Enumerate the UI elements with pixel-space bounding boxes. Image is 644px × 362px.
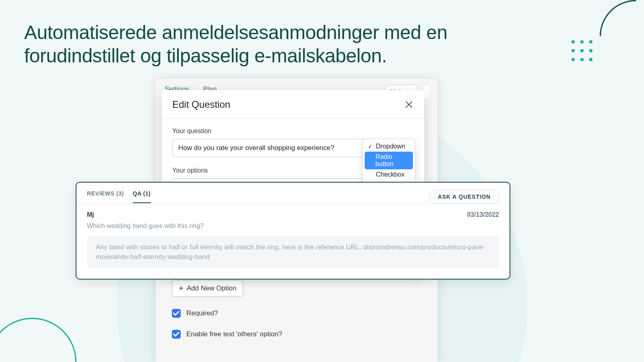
decorative-arc-bottom-left — [0, 318, 76, 362]
type-option-label: Dropdown — [376, 143, 405, 150]
qa-question-text: Which wedding band goes with this ring? — [87, 222, 499, 230]
required-label: Required? — [186, 309, 218, 317]
type-option-label: Checkbox — [376, 171, 405, 178]
qa-panel: REVIEWS (3) QA (1) ASK A QUESTION Mj 03/… — [76, 182, 510, 280]
plus-icon: + — [179, 284, 184, 292]
decorative-arc-top-right — [600, 0, 644, 72]
required-checkbox[interactable] — [172, 309, 181, 318]
type-option-radio[interactable]: Radio button — [365, 152, 413, 169]
type-option-dropdown[interactable]: ✓ Dropdown — [365, 141, 413, 152]
type-option-label: Radio button — [376, 153, 409, 168]
close-icon[interactable] — [404, 100, 414, 109]
add-option-label: Add New Option — [187, 284, 237, 292]
qa-date: 03/13/2022 — [467, 211, 499, 218]
tab-qa[interactable]: QA (1) — [133, 190, 151, 203]
qa-author: Mj — [87, 211, 94, 218]
add-new-option-button[interactable]: + Add New Option — [172, 280, 243, 297]
enable-others-checkbox[interactable] — [172, 330, 181, 339]
page-headline: Automatiserede anmeldelsesanmodninger me… — [24, 21, 499, 67]
check-icon: ✓ — [368, 143, 374, 150]
qa-answer-text: Any band with stones to half or full ete… — [87, 236, 499, 268]
decorative-dots — [572, 40, 592, 61]
your-question-label: Your question — [172, 128, 414, 135]
type-option-checkbox[interactable]: Checkbox — [365, 169, 413, 180]
tab-reviews[interactable]: REVIEWS (3) — [87, 190, 124, 203]
divider — [76, 204, 510, 204]
modal-title: Edit Question — [172, 99, 230, 110]
enable-others-label: Enable free text 'others' option? — [186, 330, 282, 338]
ask-a-question-button[interactable]: ASK A QUESTION — [429, 190, 499, 204]
